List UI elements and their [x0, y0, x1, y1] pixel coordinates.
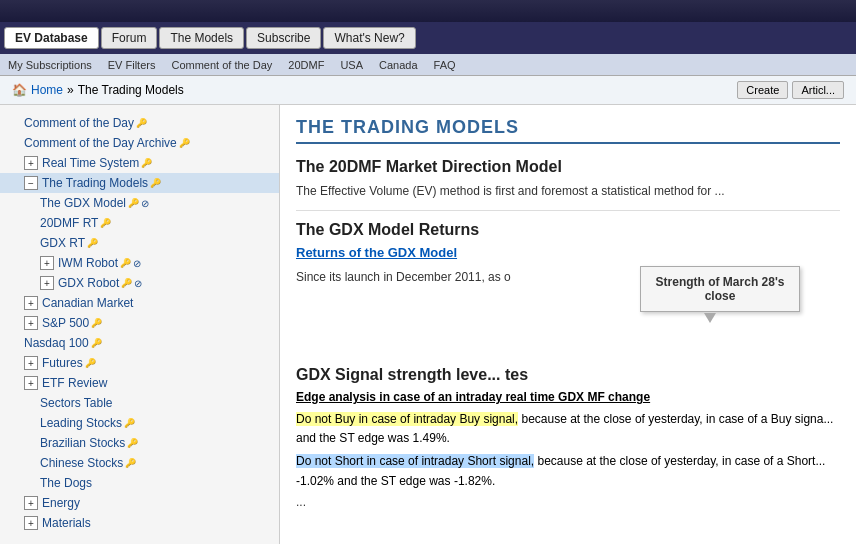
expand-icon-etf[interactable]: + — [24, 376, 38, 390]
sub-nav-usa[interactable]: USA — [340, 59, 363, 71]
page-title: THE TRADING MODELS — [296, 117, 840, 144]
gdx-rt-label: GDX RT — [40, 236, 85, 250]
sidebar-item-20dmf-rt[interactable]: 20DMF RT 🔑 — [0, 213, 279, 233]
sidebar-item-energy[interactable]: + Energy — [0, 493, 279, 513]
nav-whats-new[interactable]: What's New? — [323, 27, 415, 49]
key-icon-archive: 🔑 — [179, 138, 190, 148]
20dmf-rt-label: 20DMF RT — [40, 216, 98, 230]
key-icon-gdx-rt: 🔑 — [87, 238, 98, 248]
sidebar-item-gdx-robot[interactable]: + GDX Robot 🔑 ⊘ — [0, 273, 279, 293]
sidebar-item-sp500[interactable]: + S&P 500 🔑 — [0, 313, 279, 333]
comment-day-label: Comment of the Day — [24, 116, 134, 130]
sub-nav-comment[interactable]: Comment of the Day — [171, 59, 272, 71]
signal1-text: Do not Buy in case of intraday Buy signa… — [296, 410, 840, 448]
expand-icon-canadian[interactable]: + — [24, 296, 38, 310]
sidebar-item-leading-stocks[interactable]: Leading Stocks 🔑 — [0, 413, 279, 433]
sidebar-item-the-dogs[interactable]: The Dogs — [0, 473, 279, 493]
nav-subscribe[interactable]: Subscribe — [246, 27, 321, 49]
futures-label: Futures — [42, 356, 83, 370]
tooltip-box: Strength of March 28's close — [640, 266, 800, 312]
tooltip-arrow — [704, 313, 716, 323]
expand-icon-energy[interactable]: + — [24, 496, 38, 510]
content-area: THE TRADING MODELS The 20DMF Market Dire… — [280, 105, 856, 544]
sub-nav-faq[interactable]: FAQ — [434, 59, 456, 71]
nasdaq-label: Nasdaq 100 — [24, 336, 89, 350]
sidebar-item-comment-archive[interactable]: Comment of the Day Archive 🔑 — [0, 133, 279, 153]
real-time-label: Real Time System — [42, 156, 139, 170]
sidebar-item-gdx-model[interactable]: The GDX Model 🔑 ⊘ — [0, 193, 279, 213]
sidebar-item-gdx-rt[interactable]: GDX RT 🔑 — [0, 233, 279, 253]
breadcrumb: 🏠 Home » The Trading Models Create Artic… — [0, 76, 856, 105]
sidebar-item-futures[interactable]: + Futures 🔑 — [0, 353, 279, 373]
key-icon-comment-day: 🔑 — [136, 118, 147, 128]
sidebar-item-canadian-market[interactable]: + Canadian Market — [0, 293, 279, 313]
sidebar-item-real-time[interactable]: + Real Time System 🔑 — [0, 153, 279, 173]
sidebar-item-comment-day[interactable]: Comment of the Day 🔑 — [0, 113, 279, 133]
sectors-label: Sectors Table — [40, 396, 113, 410]
expand-icon-iwm[interactable]: + — [40, 256, 54, 270]
key-icon-nasdaq: 🔑 — [91, 338, 102, 348]
signal2-text: Do not Short in case of intraday Short s… — [296, 452, 840, 490]
sub-nav-my-subscriptions[interactable]: My Subscriptions — [8, 59, 92, 71]
expand-icon-futures[interactable]: + — [24, 356, 38, 370]
materials-label: Materials — [42, 516, 91, 530]
canadian-label: Canadian Market — [42, 296, 133, 310]
expand-icon-trading-models[interactable]: − — [24, 176, 38, 190]
nav-bar: EV Database Forum The Models Subscribe W… — [0, 22, 856, 54]
brazilian-label: Brazilian Stocks — [40, 436, 125, 450]
key-icon-gdx-robot: 🔑 — [121, 278, 132, 288]
section1-title: The 20DMF Market Direction Model — [296, 158, 840, 176]
main-layout: Comment of the Day 🔑 Comment of the Day … — [0, 105, 856, 544]
comment-archive-label: Comment of the Day Archive — [24, 136, 177, 150]
etf-label: ETF Review — [42, 376, 107, 390]
sub-nav-20dmf[interactable]: 20DMF — [288, 59, 324, 71]
sidebar-item-etf-review[interactable]: + ETF Review — [0, 373, 279, 393]
expand-icon-materials[interactable]: + — [24, 516, 38, 530]
key-icon-chinese: 🔑 — [125, 458, 136, 468]
gdx-robot-label: GDX Robot — [58, 276, 119, 290]
signal1-label: Do not Buy in case of intraday Buy signa… — [296, 412, 518, 426]
leading-label: Leading Stocks — [40, 416, 122, 430]
edge-analysis: Edge analysis in case of an intraday rea… — [296, 390, 840, 404]
iwm-forbidden-icon: ⊘ — [133, 258, 141, 269]
key-icon-trading-models: 🔑 — [150, 178, 161, 188]
key-icon-brazilian: 🔑 — [127, 438, 138, 448]
gdx-model-label: The GDX Model — [40, 196, 126, 210]
breadcrumb-home[interactable]: Home — [31, 83, 63, 97]
home-icon: 🏠 — [12, 83, 27, 97]
chinese-label: Chinese Stocks — [40, 456, 123, 470]
trading-models-label: The Trading Models — [42, 176, 148, 190]
sidebar-item-chinese-stocks[interactable]: Chinese Stocks 🔑 — [0, 453, 279, 473]
forbidden-icon: ⊘ — [141, 198, 149, 209]
key-icon-iwm: 🔑 — [120, 258, 131, 268]
key-icon-20dmf: 🔑 — [100, 218, 111, 228]
returns-link[interactable]: Returns of the GDX Model — [296, 245, 840, 260]
article-button[interactable]: Articl... — [792, 81, 844, 99]
sidebar-item-iwm-robot[interactable]: + IWM Robot 🔑 ⊘ — [0, 253, 279, 273]
expand-icon-gdx-robot[interactable]: + — [40, 276, 54, 290]
sub-nav-ev-filters[interactable]: EV Filters — [108, 59, 156, 71]
gdx-signal-title: GDX Signal strength leve... tes — [296, 366, 840, 384]
nav-forum[interactable]: Forum — [101, 27, 158, 49]
sidebar-item-sectors-table[interactable]: Sectors Table — [0, 393, 279, 413]
energy-label: Energy — [42, 496, 80, 510]
sub-nav-canada[interactable]: Canada — [379, 59, 418, 71]
sub-nav: My Subscriptions EV Filters Comment of t… — [0, 54, 856, 76]
top-header — [0, 0, 856, 22]
expand-icon-real-time[interactable]: + — [24, 156, 38, 170]
gdx-robot-forbidden-icon: ⊘ — [134, 278, 142, 289]
iwm-robot-label: IWM Robot — [58, 256, 118, 270]
sidebar-item-materials[interactable]: + Materials — [0, 513, 279, 533]
breadcrumb-current: The Trading Models — [78, 83, 184, 97]
sidebar-item-nasdaq[interactable]: Nasdaq 100 🔑 — [0, 333, 279, 353]
nav-ev-database[interactable]: EV Database — [4, 27, 99, 49]
expand-icon-sp500[interactable]: + — [24, 316, 38, 330]
create-button[interactable]: Create — [737, 81, 788, 99]
signal2-label: Do not Short in case of intraday Short s… — [296, 454, 534, 468]
divider1 — [296, 210, 840, 211]
tooltip-text: Strength of March 28's close — [656, 275, 785, 303]
sidebar-item-brazilian-stocks[interactable]: Brazilian Stocks 🔑 — [0, 433, 279, 453]
sidebar-item-trading-models[interactable]: − The Trading Models 🔑 — [0, 173, 279, 193]
nav-models[interactable]: The Models — [159, 27, 244, 49]
dogs-label: The Dogs — [40, 476, 92, 490]
